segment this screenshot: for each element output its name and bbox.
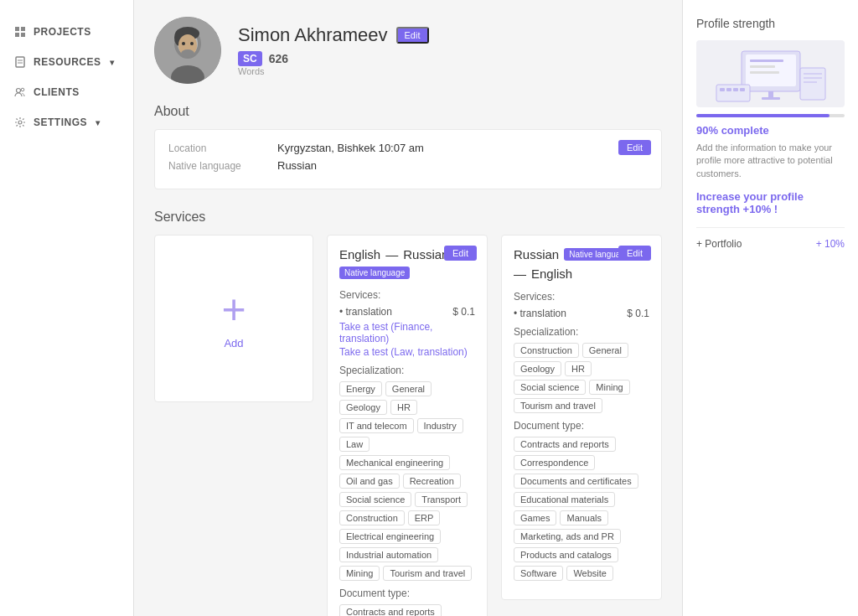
strength-title: Profile strength bbox=[696, 17, 845, 30]
test-link-law[interactable]: Take a test (Law, translation) bbox=[339, 346, 475, 358]
svg-point-8 bbox=[21, 88, 24, 91]
progress-bar-container bbox=[696, 114, 845, 117]
sidebar-item-settings[interactable]: SETTINGS ▾ bbox=[0, 107, 133, 137]
about-card: Location Kyrgyzstan, Bishkek 10:07 am Na… bbox=[154, 129, 662, 189]
document-label-ru-en: Document type: bbox=[514, 420, 649, 432]
tag: Website bbox=[566, 566, 613, 581]
tag: Contracts and reports bbox=[514, 437, 616, 452]
tag: Geology bbox=[514, 361, 561, 376]
specialization-tags-ru-en: Construction General Geology HR Social s… bbox=[514, 343, 649, 413]
svg-rect-0 bbox=[15, 27, 19, 31]
svg-point-19 bbox=[190, 42, 194, 45]
svg-rect-27 bbox=[716, 85, 750, 101]
tag: Transport bbox=[415, 492, 468, 507]
add-service-card[interactable]: + Add bbox=[154, 235, 313, 402]
sidebar-item-clients[interactable]: CLIENTS bbox=[0, 77, 133, 107]
avatar bbox=[154, 17, 221, 84]
services-title: Services bbox=[154, 210, 662, 225]
portfolio-link[interactable]: + Portfolio bbox=[696, 238, 742, 250]
tag: Tourism and travel bbox=[514, 398, 602, 413]
specialization-label-en-ru: Specialization: bbox=[339, 365, 475, 376]
tag: Games bbox=[514, 510, 556, 525]
tag: Social science bbox=[339, 492, 411, 507]
document-tags-en-ru: Contracts and reports Correspondence Doc… bbox=[339, 604, 475, 616]
profile-edit-button[interactable]: Edit bbox=[396, 27, 429, 44]
service-dash-en-ru: — bbox=[385, 247, 398, 261]
specialization-tags-en-ru: Energy General Geology HR IT and telecom… bbox=[339, 381, 475, 581]
services-label-en-ru: Services: bbox=[339, 289, 475, 301]
sidebar-item-clients-label: CLIENTS bbox=[34, 86, 80, 98]
about-language-row: Native language Russian bbox=[168, 159, 648, 172]
specialization-label-ru-en: Specialization: bbox=[514, 326, 649, 338]
service-to-en: English bbox=[531, 267, 572, 281]
sidebar-item-projects-label: PROJECTS bbox=[34, 26, 91, 38]
profile-sc-row: SC 626 bbox=[238, 51, 662, 66]
tag: Energy bbox=[339, 381, 382, 396]
service-price-en-ru: $ 0.1 bbox=[452, 306, 475, 318]
service-dash-ru-en: — bbox=[514, 267, 526, 281]
gear-icon bbox=[13, 116, 27, 129]
about-edit-button[interactable]: Edit bbox=[618, 140, 651, 155]
svg-point-18 bbox=[182, 42, 185, 45]
profile-name-row: Simon Akhrameev Edit bbox=[238, 24, 662, 46]
tag: Industrial automation bbox=[339, 547, 438, 562]
svg-rect-31 bbox=[740, 88, 745, 91]
service-card-en-ru: Edit English — Russian Native language S… bbox=[327, 235, 488, 616]
svg-rect-25 bbox=[768, 91, 773, 98]
test-link-finance[interactable]: Take a test (Finance, translation) bbox=[339, 321, 475, 344]
svg-rect-22 bbox=[750, 60, 783, 62]
about-title: About bbox=[154, 104, 662, 119]
tag: ERP bbox=[408, 510, 441, 525]
tag: Marketing, ads and PR bbox=[514, 529, 621, 544]
strength-cta: Increase your profile strength +10% ! bbox=[696, 190, 845, 215]
document-label-en-ru: Document type: bbox=[339, 588, 475, 599]
sidebar: PROJECTS RESOURCES ▾ CLIENTS bbox=[0, 0, 134, 616]
tag: General bbox=[385, 381, 432, 396]
about-location-value: Kyrgyzstan, Bishkek 10:07 am bbox=[277, 142, 424, 154]
tag: Software bbox=[514, 566, 563, 581]
service-from-ru: Russian bbox=[514, 247, 559, 261]
add-label: Add bbox=[224, 337, 243, 349]
about-language-value: Russian bbox=[277, 159, 317, 172]
service-en-ru-edit-button[interactable]: Edit bbox=[444, 246, 477, 261]
tag: Construction bbox=[339, 510, 405, 525]
about-location-label: Location bbox=[168, 142, 277, 154]
tag: Documents and certificates bbox=[514, 474, 638, 489]
tag: IT and telecom bbox=[339, 418, 414, 433]
sidebar-item-projects[interactable]: PROJECTS bbox=[0, 17, 133, 47]
service-translation-en-ru: • translation $ 0.1 bbox=[339, 306, 475, 318]
book-icon bbox=[13, 55, 27, 69]
svg-point-9 bbox=[18, 121, 22, 124]
portfolio-plus-value: + 10% bbox=[816, 238, 845, 250]
svg-point-7 bbox=[17, 89, 21, 93]
tag: Products and catalogs bbox=[514, 547, 618, 562]
svg-rect-32 bbox=[800, 68, 825, 100]
service-to-ru: Russian bbox=[403, 247, 448, 261]
people-icon bbox=[13, 85, 27, 99]
svg-rect-23 bbox=[750, 65, 775, 68]
tag: HR bbox=[565, 361, 592, 376]
tag: Law bbox=[339, 437, 370, 452]
services-label-ru-en: Services: bbox=[514, 291, 649, 303]
service-from-en: English bbox=[339, 247, 380, 261]
svg-rect-21 bbox=[746, 54, 796, 86]
sidebar-item-resources[interactable]: RESOURCES ▾ bbox=[0, 47, 133, 77]
tag: General bbox=[582, 343, 628, 358]
strength-description: Add the information to make your profile… bbox=[696, 142, 845, 180]
sc-words: Words bbox=[238, 66, 662, 76]
svg-rect-29 bbox=[726, 88, 731, 91]
native-badge-en-ru: Native language bbox=[339, 267, 410, 279]
services-grid: + Add Edit English — Russian Native lang… bbox=[154, 235, 662, 616]
tag: Electrical engineering bbox=[339, 529, 441, 544]
add-plus-icon: + bbox=[221, 288, 246, 330]
service-ru-en-edit-button[interactable]: Edit bbox=[618, 246, 651, 261]
main-content: Simon Akhrameev Edit SC 626 Words About … bbox=[134, 0, 682, 616]
portfolio-row: + Portfolio + 10% bbox=[696, 227, 845, 250]
document-tags-ru-en: Contracts and reports Correspondence Doc… bbox=[514, 437, 649, 581]
tag: Social science bbox=[514, 380, 586, 395]
svg-rect-24 bbox=[750, 71, 779, 74]
svg-rect-2 bbox=[15, 33, 19, 37]
settings-arrow-icon: ▾ bbox=[96, 118, 101, 127]
svg-rect-28 bbox=[720, 88, 725, 91]
progress-bar-fill bbox=[696, 114, 830, 117]
